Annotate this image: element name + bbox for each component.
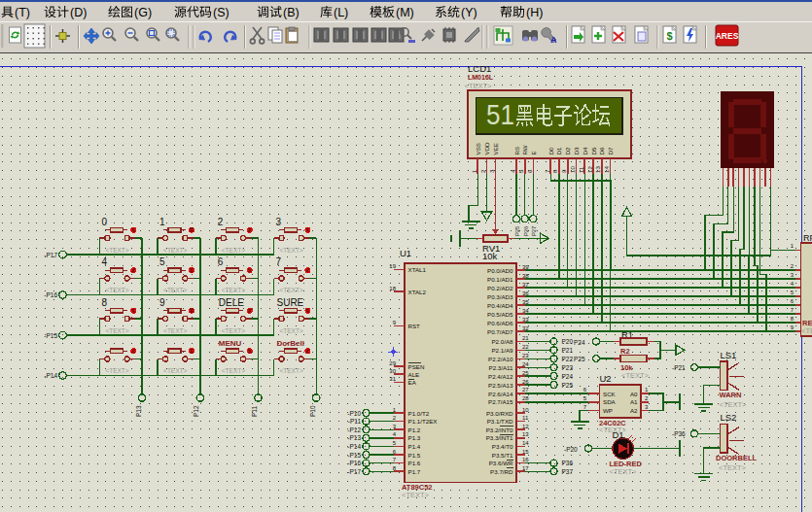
svg-text:(S): (S)	[213, 6, 229, 19]
svg-text:<TEXT>: <TEXT>	[105, 367, 128, 374]
svg-text:-P14: -P14	[44, 372, 57, 379]
svg-text:19: 19	[389, 263, 396, 269]
svg-text:P1.6: P1.6	[408, 460, 421, 466]
svg-text:51: 51	[486, 99, 514, 130]
svg-text:-P10: -P10	[347, 410, 361, 417]
svg-text:<TEXT>: <TEXT>	[105, 287, 128, 293]
svg-text:5: 5	[159, 256, 165, 267]
svg-text:8: 8	[101, 297, 107, 308]
svg-text:P12: P12	[193, 405, 199, 417]
svg-text:LCD1: LCD1	[468, 63, 491, 74]
svg-text:<TEXT>: <TEXT>	[280, 327, 303, 334]
svg-text:35: 35	[522, 299, 529, 305]
svg-text:P2.2/A10: P2.2/A10	[488, 356, 513, 362]
svg-text:-P17: -P17	[44, 252, 57, 258]
svg-text:<TEXT>: <TEXT>	[801, 326, 812, 335]
svg-text:10: 10	[522, 407, 529, 413]
svg-text:P25: P25	[562, 382, 574, 389]
svg-text:7: 7	[276, 256, 282, 267]
svg-text:30: 30	[389, 368, 396, 374]
svg-text:24: 24	[522, 361, 529, 367]
svg-text:RW: RW	[521, 145, 528, 154]
svg-text:P36: P36	[562, 460, 574, 466]
svg-text:-P16: -P16	[347, 460, 361, 466]
svg-text:<TEXT>: <TEXT>	[621, 371, 650, 380]
svg-text:(M): (M)	[396, 6, 414, 19]
svg-text:VDD: VDD	[483, 142, 490, 155]
svg-text:-P15: -P15	[347, 452, 361, 459]
svg-text:-P17: -P17	[347, 468, 361, 475]
svg-text:D6: D6	[598, 147, 605, 154]
svg-text:SCK: SCK	[603, 391, 617, 397]
svg-text:P0.3/AD3: P0.3/AD3	[487, 293, 513, 300]
svg-text:D5: D5	[590, 147, 597, 154]
svg-text:P10: P10	[309, 405, 316, 417]
svg-text:P37: P37	[562, 468, 574, 475]
svg-text:10: 10	[569, 166, 576, 173]
svg-text:D7: D7	[607, 147, 614, 154]
svg-text:11: 11	[578, 166, 584, 173]
svg-text:P3.1/TXD: P3.1/TXD	[487, 418, 513, 425]
svg-text:LM016L: LM016L	[468, 74, 494, 81]
svg-text:<TEXT>: <TEXT>	[105, 327, 128, 334]
svg-text:9: 9	[560, 169, 567, 173]
svg-text:(Y): (Y)	[461, 6, 477, 19]
svg-text:(T): (T)	[15, 6, 30, 19]
svg-text:-P11: -P11	[348, 418, 362, 425]
svg-text:22: 22	[522, 344, 529, 350]
svg-text:17: 17	[522, 465, 529, 471]
svg-text:34: 34	[522, 308, 529, 314]
svg-text:2: 2	[218, 217, 224, 227]
svg-text:RS: RS	[513, 147, 520, 155]
svg-text:13: 13	[594, 166, 601, 173]
svg-text:-P20: -P20	[564, 446, 578, 453]
svg-text:LS1: LS1	[721, 350, 737, 360]
svg-text:4: 4	[510, 169, 516, 173]
svg-text:23: 23	[522, 353, 529, 358]
svg-text:A2: A2	[630, 407, 638, 414]
svg-text:DOORBELL: DOORBELL	[716, 454, 758, 462]
svg-text:5: 5	[517, 169, 524, 173]
svg-text:D1: D1	[613, 429, 624, 440]
svg-text:P24: P24	[562, 373, 574, 380]
svg-text:<TEXT>: <TEXT>	[163, 367, 187, 374]
svg-text:(H): (H)	[526, 6, 543, 19]
svg-text:-P14: -P14	[347, 443, 361, 450]
svg-text:27: 27	[522, 387, 529, 393]
svg-text:P1.2: P1.2	[408, 427, 421, 433]
svg-text:P22: P22	[562, 356, 574, 362]
svg-text:P2.7/A15: P2.7/A15	[488, 398, 513, 405]
svg-text:D2: D2	[564, 147, 571, 154]
svg-text:28: 28	[522, 395, 529, 401]
svg-text:P3.5/T1: P3.5/T1	[492, 452, 513, 459]
svg-text:36: 36	[522, 290, 529, 296]
svg-text:<TEXT>: <TEXT>	[163, 327, 187, 334]
svg-text:16: 16	[522, 457, 529, 462]
svg-text:ARES: ARES	[716, 31, 739, 41]
svg-text:P1.3: P1.3	[408, 434, 421, 441]
svg-text:<TEXT>: <TEXT>	[163, 287, 187, 293]
svg-text:P13: P13	[135, 405, 142, 417]
svg-text:-P13: -P13	[347, 434, 361, 441]
svg-text:P2.6/A14: P2.6/A14	[488, 391, 513, 397]
svg-text:SURE: SURE	[277, 297, 304, 308]
svg-text:<TEXT>: <TEXT>	[163, 247, 187, 254]
svg-text:P25: P25	[574, 356, 585, 362]
svg-text:26: 26	[522, 379, 529, 385]
svg-text:(B): (B)	[283, 6, 300, 19]
svg-text:VSS: VSS	[475, 143, 481, 154]
svg-text:-P36: -P36	[672, 430, 686, 437]
svg-text:LS2: LS2	[721, 412, 737, 423]
svg-text:MENU: MENU	[219, 339, 242, 348]
svg-text:18: 18	[389, 286, 396, 291]
svg-text:P23: P23	[562, 364, 574, 371]
svg-text:9: 9	[159, 297, 165, 308]
svg-text:DELE: DELE	[219, 297, 244, 308]
svg-text:P0.7/AD7: P0.7/AD7	[487, 328, 513, 335]
svg-text:37: 37	[522, 282, 529, 288]
svg-text:DorBell: DorBell	[277, 339, 304, 348]
svg-text:1: 1	[159, 217, 165, 227]
svg-text:12: 12	[522, 424, 529, 429]
svg-text:U1: U1	[400, 248, 411, 258]
svg-text:6: 6	[526, 169, 533, 173]
